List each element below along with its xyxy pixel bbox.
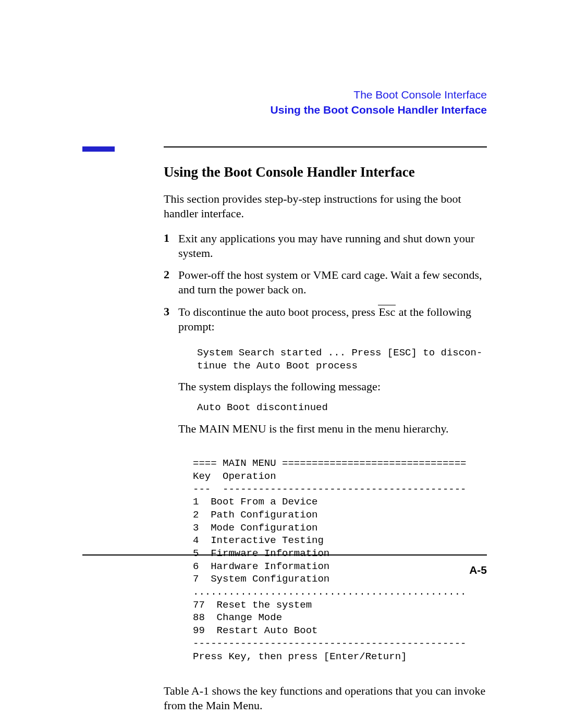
step-number: 1 [164, 231, 178, 261]
step-item: 2 Power-off the host system or VME card … [164, 268, 487, 297]
step-text: To discontinue the auto boot process, pr… [178, 305, 487, 334]
step-item: 1 Exit any applications you may have run… [164, 231, 487, 261]
page-number: A-5 [469, 564, 487, 576]
step-text-before: To discontinue the auto boot process, pr… [178, 305, 378, 318]
intro-paragraph: This section provides step-by-step instr… [164, 192, 487, 221]
closing-paragraph: Table A-1 shows the key functions and op… [164, 684, 487, 713]
header-rule [82, 146, 487, 152]
sub-paragraph: The system displays the following messag… [178, 379, 487, 394]
step-number: 2 [164, 268, 178, 297]
step-text: Power-off the host system or VME card ca… [178, 268, 487, 297]
running-head: The Boot Console Interface Using the Boo… [82, 88, 487, 117]
step-number: 3 [164, 305, 178, 334]
sub-paragraph: The MAIN MENU is the first menu in the m… [178, 422, 487, 436]
body-content: Using the Boot Console Handler Interface… [164, 164, 487, 713]
footer-rule [82, 554, 487, 556]
horizontal-rule [164, 146, 487, 147]
step-item: 3 To discontinue the auto boot process, … [164, 305, 487, 334]
code-block-search: System Search started ... Press [ESC] to… [197, 347, 487, 372]
step-text: Exit any applications you may have runni… [178, 231, 487, 261]
accent-block [82, 146, 115, 152]
page-content: The Boot Console Interface Using the Boo… [82, 0, 487, 713]
code-block-discontinued: Auto Boot discontinued [197, 401, 487, 414]
esc-key-cap: Esc [378, 305, 396, 318]
section-heading: Using the Boot Console Handler Interface [164, 164, 487, 180]
section-title-running: Using the Boot Console Handler Interface [82, 103, 487, 117]
chapter-title: The Boot Console Interface [82, 88, 487, 102]
main-menu-block: ==== MAIN MENU =========================… [193, 457, 487, 663]
steps-list: 1 Exit any applications you may have run… [164, 231, 487, 334]
